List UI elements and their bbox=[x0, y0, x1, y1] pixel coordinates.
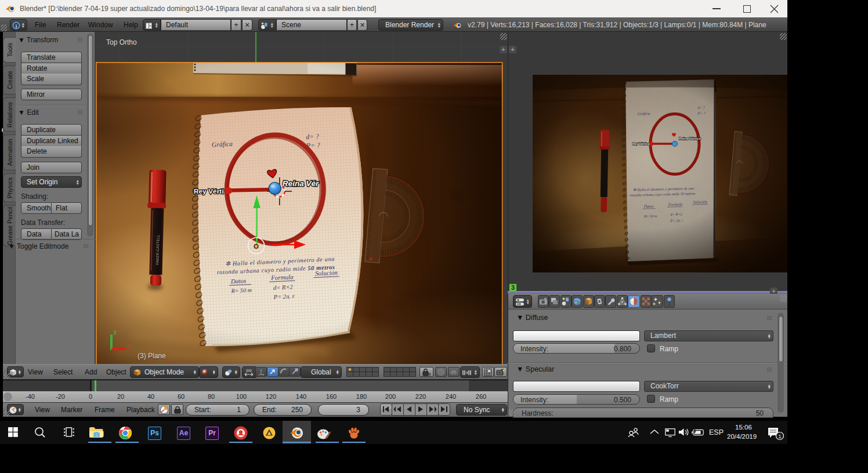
svg-text:1: 1 bbox=[778, 434, 781, 439]
svg-text:FABER-CASTELL: FABER-CASTELL bbox=[155, 234, 160, 265]
svg-text:8: 8 bbox=[428, 372, 431, 376]
svg-text:Rey Vérti: Rey Vérti bbox=[194, 188, 224, 195]
svg-text:Reina Vér: Reina Vér bbox=[283, 179, 319, 188]
